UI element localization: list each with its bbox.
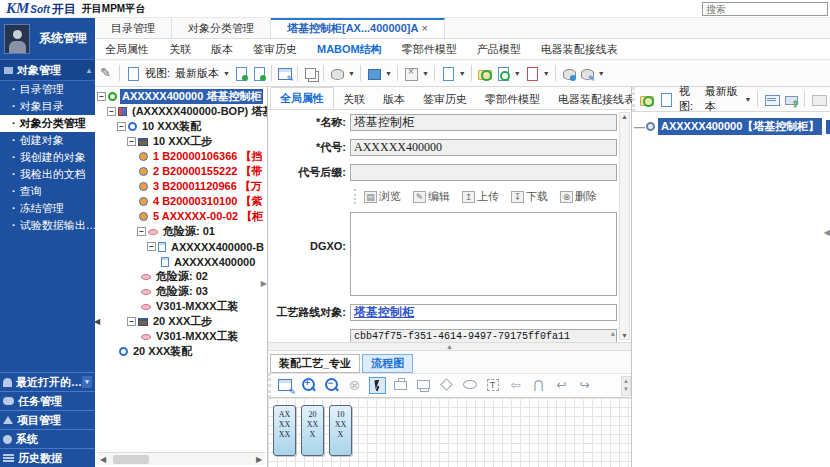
tab-product-model[interactable]: 产品模型 — [467, 39, 531, 59]
tree-item-fixture-2[interactable]: V301-MXXX工装 — [95, 329, 267, 344]
machine-icon[interactable] — [366, 66, 381, 81]
tree-item-fixture[interactable]: V301-MXXX工装 — [95, 299, 267, 314]
delete-button[interactable]: ⊗删除 — [560, 189, 597, 204]
part-instance-field[interactable]: cbb47f75-f351-4614-9497-79175ff0fa11▲ — [350, 329, 617, 342]
tab-approval-history[interactable]: 签审历史 — [243, 39, 307, 59]
scrollbar-thumb[interactable] — [113, 455, 149, 464]
box-close-icon[interactable] — [403, 66, 418, 81]
tab-catalog-management[interactable]: 目录管理 — [95, 18, 172, 38]
tree-item-part-2[interactable]: 2 B20000155222 【带 — [95, 164, 267, 179]
recently-opened-dropdown-icon[interactable]: ▾ — [82, 376, 92, 388]
route-object-link[interactable]: 塔基控制柜 — [354, 305, 414, 319]
panel-collapse-arrow[interactable]: ▶ — [261, 279, 267, 288]
zoom-in-icon[interactable]: + — [300, 377, 317, 394]
doc-export-icon[interactable] — [440, 66, 455, 81]
shape-ellipse-icon[interactable] — [461, 377, 478, 394]
shape-subprocess-icon[interactable] — [415, 377, 432, 394]
user-avatar[interactable] — [4, 24, 30, 54]
doc-red-icon[interactable] — [524, 66, 539, 81]
pointer-tool-icon[interactable] — [369, 377, 386, 394]
sidebar-item-my-checked-out-docs[interactable]: 我检出的文档 — [0, 166, 95, 183]
doc-search-icon[interactable] — [495, 66, 510, 81]
tab-part-model[interactable]: 零部件模型 — [392, 39, 467, 59]
tree-item-root[interactable]: AXXXXX400000 塔基控制柜 — [95, 89, 267, 104]
sidebar-item-query[interactable]: 查询 — [0, 183, 95, 200]
sidebar-item-object-catalog[interactable]: 对象目录 — [0, 98, 95, 115]
tree-item-bop[interactable]: (AXXXXX400000-BOP) 塔基控制柜 — [95, 104, 267, 119]
tree-item-hazard-03[interactable]: 危险源: 03 — [95, 284, 267, 299]
tree-item-child[interactable]: AXXXXX400000 — [95, 254, 267, 269]
download-button[interactable]: ↧下载 — [511, 189, 548, 204]
dgxo-textarea[interactable] — [350, 212, 617, 296]
tree-item-hazard-02[interactable]: 危险源: 02 — [95, 269, 267, 284]
sidebar-item-task-management[interactable]: 任务管理 — [0, 391, 95, 410]
sidebar-user-row[interactable]: 系统管理 — [0, 18, 95, 60]
tree-item-step-10[interactable]: 10 XXX工步 — [95, 134, 267, 149]
view-document-icon[interactable] — [125, 66, 140, 81]
browse-button[interactable]: ▤浏览 — [364, 189, 401, 204]
view-value[interactable]: 最新版本 — [705, 84, 740, 114]
tab-object-class-management[interactable]: 对象分类管理 — [172, 18, 271, 38]
doc-red-dropdown-icon[interactable]: ▼ — [543, 70, 550, 77]
expand-toggle-icon[interactable] — [147, 242, 156, 251]
sidebar-item-my-created-objects[interactable]: 我创建的对象 — [0, 149, 95, 166]
tab-global-properties[interactable]: 全局属性 — [95, 39, 159, 59]
sidebar-item-history-data[interactable]: 历史数据 — [0, 448, 95, 467]
tree-item-assembly-20[interactable]: 20 XXX装配 — [95, 344, 267, 359]
expand-toggle-icon[interactable] — [117, 122, 126, 131]
tree-item-part-1[interactable]: 1 B20000106366 【挡 — [95, 149, 267, 164]
scroll-up-icon[interactable]: ▲ — [611, 330, 615, 338]
view-tree-item[interactable]: — AXXXXX400000【塔基控制柜】 1 — [634, 118, 828, 135]
upload-button[interactable]: ↥上传 — [462, 189, 499, 204]
tab-versions-inner[interactable]: 版本 — [374, 89, 414, 109]
sidebar-item-object-class-management[interactable]: 对象分类管理 — [0, 115, 95, 132]
doc-search-dropdown-icon[interactable]: ▼ — [514, 70, 521, 77]
close-tab-icon[interactable]: × — [421, 22, 427, 34]
search-input[interactable] — [702, 2, 828, 16]
tab-global-properties-inner[interactable]: 全局属性 — [270, 87, 334, 109]
panel-collapse-arrow[interactable]: ◀ — [95, 317, 100, 326]
arrow-loop-icon[interactable]: ⋂ — [530, 377, 547, 394]
sidebar-section-object-management[interactable]: 对象管理 ▴ — [0, 60, 95, 81]
panel-splitter[interactable]: ▲ — [268, 342, 631, 351]
sidebar-item-freeze-management[interactable]: 冻结管理 — [0, 200, 95, 217]
doc-add-icon[interactable] — [251, 66, 266, 81]
shape-process-icon[interactable] — [392, 377, 409, 394]
folder-refresh-icon[interactable] — [639, 92, 654, 107]
tree-item-assembly-10[interactable]: 10 XXX装配 — [95, 119, 267, 134]
tab-tower-base-control-cabinet[interactable]: 塔基控制柜[AX...400000]A× — [271, 18, 445, 38]
tree-item-part-4[interactable]: 4 B20000310100 【紫 — [95, 194, 267, 209]
tab-part-model-inner[interactable]: 零部件模型 — [476, 89, 549, 109]
zoom-out-icon[interactable]: − — [323, 377, 340, 394]
toolbar-scrollbar[interactable]: ▲▼ — [621, 376, 631, 396]
db-edit-icon[interactable] — [579, 66, 594, 81]
flowchart-node[interactable]: AX XX XX — [273, 405, 296, 456]
database-dropdown-icon[interactable]: ▼ — [348, 70, 355, 77]
tab-assembly-process[interactable]: 装配工艺_专业 — [270, 354, 360, 373]
expand-toggle-icon[interactable] — [97, 92, 106, 101]
code-suffix-field[interactable] — [350, 164, 617, 181]
table-edit-icon[interactable] — [277, 377, 294, 394]
flowchart-node[interactable]: 20 XX X — [301, 405, 324, 456]
copy-icon[interactable] — [303, 66, 318, 81]
db-gear-icon[interactable] — [561, 66, 576, 81]
expand-toggle-icon[interactable] — [107, 107, 116, 116]
sidebar-item-create-object[interactable]: 创建对象 — [0, 132, 95, 149]
tab-relations[interactable]: 关联 — [159, 39, 201, 59]
arrow-left-icon[interactable]: ⇦ — [507, 377, 524, 394]
view-value[interactable]: 最新版本 — [175, 66, 219, 81]
tab-flowchart[interactable]: 流程图 — [362, 354, 413, 373]
form-vertical-scrollbar[interactable]: ▲ ▼ — [619, 112, 630, 340]
tab-mabom-structure[interactable]: MABOM结构 — [307, 39, 392, 59]
tree-item-step-20[interactable]: 20 XXX工步 — [95, 314, 267, 329]
tab-versions[interactable]: 版本 — [201, 39, 243, 59]
database-icon[interactable] — [329, 66, 344, 81]
tree-item-part-5[interactable]: 5 AXXXXX-00-02 【柜 — [95, 209, 267, 224]
sidebar-item-system[interactable]: 系统 — [0, 429, 95, 448]
expand-toggle-icon[interactable] — [127, 137, 136, 146]
arrow-back-icon[interactable]: ↩ — [553, 377, 570, 394]
arrow-return-icon[interactable]: ↪ — [576, 377, 593, 394]
table-edit-icon[interactable] — [277, 66, 292, 81]
tab-relations-inner[interactable]: 关联 — [334, 89, 374, 109]
tab-electrical-wiring-inner[interactable]: 电器装配接线表 — [549, 89, 644, 109]
